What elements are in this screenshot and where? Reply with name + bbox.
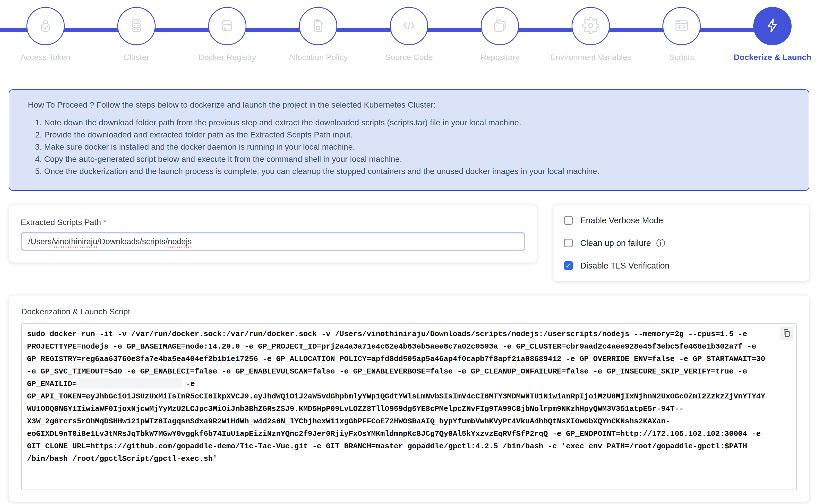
step-circle[interactable]	[390, 7, 428, 45]
extracted-scripts-path-label: Extracted Scripts Path*	[21, 218, 525, 227]
instruction-item: Provide the downloaded and extracted fol…	[44, 129, 796, 141]
script-section-label: Dockerization & Launch Script	[21, 307, 797, 316]
step-label: Dockerize & Launch	[734, 53, 812, 62]
option-row[interactable]: Clean up on failure ⓘ	[564, 236, 799, 250]
option-label: Enable Verbose Mode	[580, 216, 663, 225]
script-line: GP_REGISTRY=reg6aa63760e8fa7e4ba5ea404ef…	[27, 353, 776, 365]
stepper-step[interactable]: Dockerize & Launch	[727, 7, 818, 62]
folder-icon	[491, 17, 509, 36]
stepper-steps: Access Token Cluster Docker Registry All…	[0, 7, 818, 62]
form-row: Extracted Scripts Path* /Users/vinothini…	[9, 205, 809, 281]
script-line: sudo docker run -it -v /var/run/docker.s…	[27, 328, 776, 340]
script-card: Dockerization & Launch Script sudo docke…	[9, 295, 809, 502]
copy-icon	[782, 329, 791, 339]
lightning-icon	[763, 17, 781, 36]
script-line: WU1ODQ0NGY1IiwiaWF0IjoxNjcwMjYyMzU2LCJpc…	[27, 403, 776, 415]
step-label: Scripts	[669, 53, 694, 62]
how-to-proceed-panel: How To Proceed ? Follow the steps below …	[9, 89, 809, 191]
extracted-scripts-path-input[interactable]: /Users/vinothiniraju/Downloads/scripts/n…	[21, 232, 525, 251]
script-line: /bin/bash /root/gpctlScript/gpctl-exec.s…	[27, 453, 776, 465]
instruction-item: Make sure docker is installed and the do…	[44, 141, 796, 153]
step-circle[interactable]	[753, 7, 792, 45]
step-label: Allocation Policy	[289, 53, 348, 62]
step-circle[interactable]	[208, 7, 247, 45]
misspelled-segment: nodejs	[168, 237, 192, 246]
step-circle[interactable]	[117, 7, 155, 45]
step-label: Source Code	[385, 53, 432, 62]
script-line: -e GP_SVC_TIMEOUT=540 -e GP_ENABLECI=fal…	[27, 365, 776, 378]
script-line: GIT_CLONE_URL=https://github.com/gopaddl…	[27, 440, 776, 453]
stepper-step[interactable]: Cluster	[91, 7, 182, 62]
step-circle[interactable]	[571, 7, 610, 45]
wizard-stepper: Access Token Cluster Docker Registry All…	[0, 0, 818, 62]
copy-script-button[interactable]	[780, 327, 793, 340]
sim-card-icon	[309, 17, 327, 36]
misspelled-segment: vinothiniraju	[54, 237, 97, 246]
checkbox[interactable]	[564, 239, 573, 247]
lock-check-icon	[37, 17, 55, 36]
script-line: X3W_2g0rcrs5rOhMqDSHHw12ipWTz6IagqsnSdxa…	[27, 415, 776, 428]
gear-icon	[582, 17, 600, 36]
path-segment: /Downloads/scripts/	[97, 237, 168, 246]
checkbox[interactable]: ✓	[564, 261, 573, 270]
stepper-step[interactable]: Access Token	[0, 7, 91, 62]
options-list: Enable Verbose Mode Clean up on failure …	[564, 213, 799, 273]
info-icon[interactable]: ⓘ	[656, 239, 665, 248]
server-stack-icon	[127, 17, 145, 36]
stepper-step[interactable]: Source Code	[363, 7, 454, 62]
step-label: Repository	[480, 53, 519, 62]
instruction-list: Note down the download folder path from …	[28, 117, 796, 177]
code-brackets-icon	[400, 17, 418, 36]
step-label: Docker Registry	[198, 53, 256, 62]
script-line: eoGIXDL9nT0i8e1Lv3tMRsJqTbkW7MGwY0vggkf6…	[27, 428, 776, 440]
instruction-item: Once the dockerization and the launch pr…	[44, 165, 796, 177]
options-card: Enable Verbose Mode Clean up on failure …	[553, 205, 809, 281]
stepper-step[interactable]: Scripts	[636, 7, 727, 62]
step-label: Cluster	[123, 53, 149, 62]
step-label: Environment Variables	[550, 53, 632, 62]
stepper-step[interactable]: Repository	[455, 7, 545, 62]
required-asterisk: *	[103, 218, 106, 227]
checkbox[interactable]	[564, 216, 573, 225]
script-line: PROJECTTYPE=nodejs -e GP_BASEIMAGE=node:…	[27, 340, 776, 353]
step-circle[interactable]	[299, 7, 337, 45]
step-label: Access Token	[20, 53, 70, 62]
script-line: GP_API_TOKEN=eyJhbGciOiJSUzUxMiIsInR5cCI…	[27, 390, 776, 403]
stepper-step[interactable]: Docker Registry	[182, 7, 273, 62]
option-row[interactable]: Enable Verbose Mode	[564, 213, 799, 228]
path-segment: /Users/	[28, 237, 54, 246]
option-label: Clean up on failure	[580, 238, 651, 248]
stepper-step[interactable]: Environment Variables	[545, 7, 636, 62]
instruction-item: Note down the download folder path from …	[44, 117, 796, 129]
extracted-scripts-path-card: Extracted Scripts Path* /Users/vinothini…	[9, 205, 537, 263]
redacted-email-value	[77, 379, 181, 387]
instruction-item: Copy the auto-generated script below and…	[44, 153, 796, 165]
script-line: GP_EMAILID= -e	[27, 378, 776, 390]
script-text: sudo docker run -it -v /var/run/docker.s…	[27, 328, 776, 465]
registry-box-icon	[218, 17, 236, 36]
step-circle[interactable]	[26, 7, 65, 45]
option-label: Disable TLS Verification	[580, 261, 669, 271]
script-box[interactable]: sudo docker run -it -v /var/run/docker.s…	[21, 323, 797, 490]
stepper-step[interactable]: Allocation Policy	[273, 7, 363, 62]
browser-code-icon	[673, 17, 691, 36]
option-row[interactable]: ✓ Disable TLS Verification	[564, 258, 799, 273]
step-circle[interactable]	[663, 7, 701, 45]
step-circle[interactable]	[481, 7, 519, 45]
info-title: How To Proceed ? Follow the steps below …	[28, 100, 796, 110]
